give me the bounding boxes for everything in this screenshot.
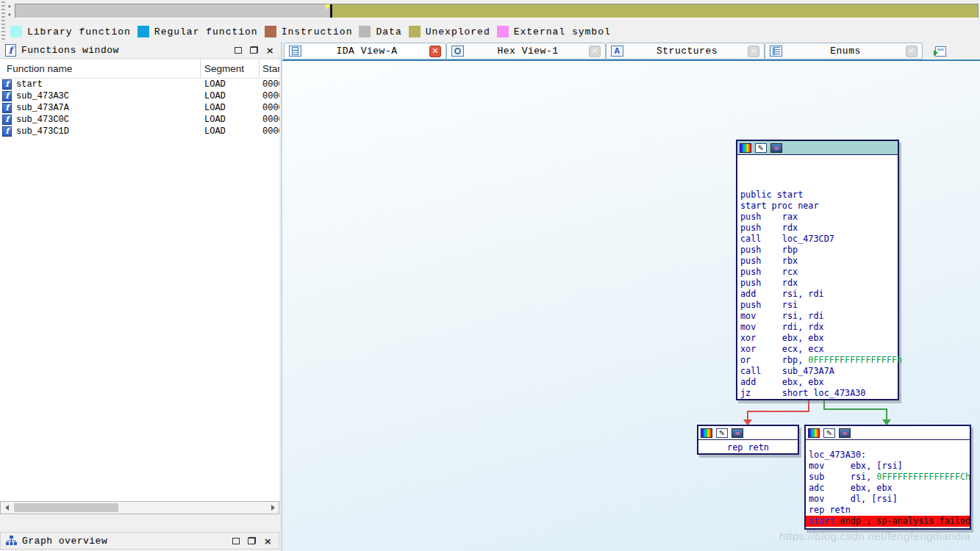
scrollbar-thumb[interactable]	[14, 503, 118, 512]
column-header-function-name[interactable]: Function name	[0, 60, 201, 78]
asm-text: xor ecx, ecx	[740, 344, 824, 354]
close-button[interactable]: ×	[262, 536, 273, 546]
scrollbar-track[interactable]	[12, 502, 267, 514]
navigator-band[interactable]	[15, 4, 979, 18]
asm-line[interactable]: add ebx, ebx	[740, 377, 898, 388]
asm-text: push rdx	[740, 278, 798, 288]
asm-code[interactable]: rep retn	[698, 440, 798, 455]
asm-line-highlight[interactable]: start endp ; sp-analysis failed	[806, 516, 970, 527]
asm-line[interactable]: mov dl, [rsi]	[809, 494, 970, 505]
asm-code[interactable]: public startstart proc nearpush raxpush …	[737, 155, 898, 399]
asm-line[interactable]: or rbp, 0FFFFFFFFFFFFFFFFh	[740, 355, 898, 366]
scroll-left-button[interactable]	[1, 502, 12, 514]
basic-block-start[interactable]: ✎ ≈ public startstart proc nearpush raxp…	[736, 140, 899, 400]
function-segment: LOAD	[201, 91, 260, 101]
tab-close-button[interactable]: ✕	[429, 46, 441, 57]
asm-line[interactable]: mov rsi, rdi	[740, 311, 898, 322]
table-row[interactable]: fsub_473C0C LOAD 0000	[0, 114, 279, 126]
asm-line[interactable]: push rbx	[740, 256, 898, 267]
spin-up-icon[interactable]: ▲	[8, 4, 14, 9]
asm-line[interactable]: mov ebx, [rsi]	[809, 461, 970, 472]
asm-line[interactable]: push rcx	[740, 267, 898, 278]
table-row[interactable]: fsub_473A3C LOAD 0000	[0, 90, 279, 102]
asm-text: mov rsi, rdi	[740, 311, 824, 321]
node-color-icon[interactable]	[740, 143, 751, 153]
tab-label: Enums	[785, 46, 906, 57]
asm-line[interactable]: jz short loc_473A30	[740, 388, 898, 399]
asm-line[interactable]: sub rsi, 0FFFFFFFFFFFFFFFCh	[809, 472, 970, 483]
horizontal-scrollbar[interactable]	[0, 501, 279, 514]
asm-line[interactable]: adc ebx, ebx	[809, 483, 970, 494]
function-icon: f	[2, 103, 12, 113]
asm-text: mov ebx, [rsi]	[809, 461, 903, 471]
asm-line[interactable]: push rsi	[740, 300, 898, 311]
graph-view-canvas[interactable]: https://blog.csdn.net/fengfengdiandia ✎ …	[282, 61, 980, 551]
node-color-icon[interactable]	[701, 428, 712, 438]
asm-text: sub rsi,	[809, 472, 876, 482]
asm-line[interactable]: push rax	[740, 212, 898, 223]
function-name: sub_473A3C	[16, 91, 69, 101]
asm-line[interactable]: mov rdi, rdx	[740, 322, 898, 333]
table-row[interactable]: fsub_473C1D LOAD 0000	[0, 126, 279, 137]
function-segment: LOAD	[201, 79, 260, 90]
restore-button[interactable]	[246, 536, 257, 546]
edit-icon[interactable]: ✎	[755, 143, 767, 153]
table-row[interactable]: fsub_473A7A LOAD 0000	[0, 102, 279, 114]
asm-line[interactable]: rep retn	[698, 442, 798, 453]
edge-jump-taken	[824, 400, 887, 420]
maximize-button[interactable]	[232, 45, 243, 55]
regular-function-swatch	[137, 26, 149, 37]
basic-block-rep-retn[interactable]: ✎ ≈ rep retn	[697, 425, 799, 455]
graph-overview-title: Graph overview	[22, 536, 107, 547]
tab-close-button[interactable]: ✕	[748, 46, 759, 57]
asm-line[interactable]: public start	[740, 190, 898, 201]
graph-overview-titlebar[interactable]: Graph overview ×	[0, 532, 279, 550]
xrefs-icon[interactable]: ≈	[732, 428, 743, 438]
asm-line[interactable]: call sub_473A7A	[740, 366, 898, 377]
window-list-button[interactable]	[932, 44, 948, 58]
asm-line[interactable]: start proc near	[740, 201, 898, 212]
restore-button[interactable]	[248, 45, 260, 55]
asm-line[interactable]: rep retn	[809, 505, 970, 516]
tab-close-button[interactable]: ✕	[589, 46, 601, 57]
asm-line[interactable]: loc_473A30:	[809, 450, 970, 461]
tab-enums[interactable]: Enums ✕	[765, 43, 923, 60]
basic-block-loc-473A30[interactable]: ✎ ≈ loc_473A30:mov ebx, [rsi]sub rsi, 0F…	[804, 425, 971, 530]
xrefs-icon[interactable]: ≈	[770, 143, 782, 153]
edit-icon[interactable]: ✎	[716, 428, 728, 438]
function-start: 0000	[260, 115, 279, 125]
function-name: sub_473A7A	[16, 103, 69, 113]
node-titlebar: ✎ ≈	[806, 426, 970, 440]
function-name: start	[16, 79, 43, 90]
xrefs-icon[interactable]: ≈	[839, 428, 851, 438]
asm-line[interactable]: xor ecx, ecx	[740, 344, 898, 355]
column-header-start[interactable]: Start	[260, 60, 279, 78]
asm-line[interactable]: push rbp	[740, 245, 898, 256]
node-color-icon[interactable]	[808, 428, 820, 438]
navigator-band-unexplored[interactable]	[332, 4, 978, 18]
tab-structures[interactable]: A Structures ✕	[606, 43, 765, 60]
tab-close-button[interactable]: ✕	[906, 46, 918, 57]
asm-code[interactable]: loc_473A30:mov ebx, [rsi]sub rsi, 0FFFFF…	[806, 440, 970, 527]
tab-ida-view-a[interactable]: IDA View-A ✕	[284, 43, 446, 60]
asm-line[interactable]: call loc_473CD7	[740, 234, 898, 245]
asm-line[interactable]: push rdx	[740, 278, 898, 289]
navigator-band-explored[interactable]	[15, 4, 330, 18]
nav-band-spin-arrows[interactable]: ▲▼	[8, 4, 14, 18]
tab-hex-view-1[interactable]: Hex View-1 ✕	[446, 43, 606, 60]
close-button[interactable]: ×	[265, 45, 276, 55]
table-row[interactable]: fstart LOAD 0000	[0, 79, 279, 90]
asm-line[interactable]: xor ebx, ebx	[740, 333, 898, 344]
asm-line[interactable]: add rsi, rdi	[740, 289, 898, 300]
asm-text: call loc_473CD7	[740, 234, 834, 244]
asm-line[interactable]: push rdx	[740, 223, 898, 234]
edit-icon[interactable]: ✎	[823, 428, 835, 438]
toolbar-grip[interactable]	[1, 1, 5, 40]
functions-window-titlebar[interactable]: f Functions window ×	[0, 42, 281, 59]
spin-down-icon[interactable]: ▼	[8, 13, 14, 18]
column-header-segment[interactable]: Segment	[201, 60, 260, 78]
tab-label: Structures	[626, 46, 748, 57]
function-segment: LOAD	[201, 115, 260, 125]
maximize-button[interactable]	[230, 536, 241, 546]
scroll-right-button[interactable]	[267, 502, 279, 514]
